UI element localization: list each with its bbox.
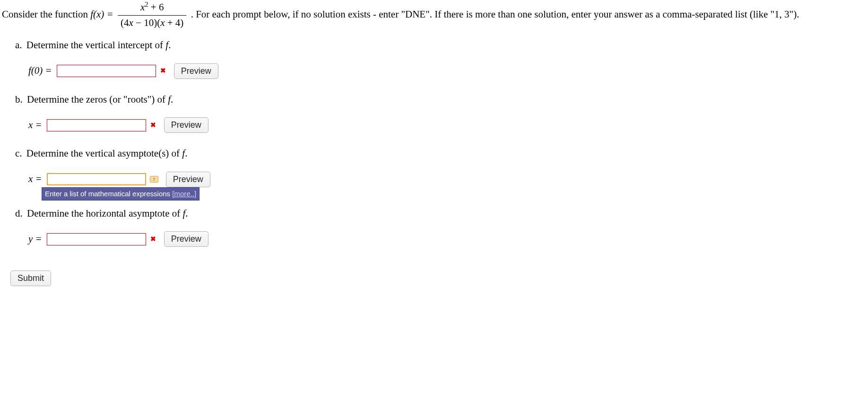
part-d-text: Determine the horizontal asymptote of f.: [27, 208, 188, 219]
part-a: a. Determine the vertical intercept of f…: [15, 38, 866, 79]
part-d: d. Determine the horizontal asymptote of…: [15, 206, 866, 247]
preview-button[interactable]: Preview: [174, 63, 218, 79]
part-a-answer-row: f(0) = ✖ Preview: [15, 63, 218, 79]
part-d-input[interactable]: [47, 233, 146, 245]
part-d-label: d.: [15, 208, 23, 219]
part-b: b. Determine the zeros (or "roots") of f…: [15, 92, 866, 133]
input-tooltip: Enter a list of mathematical expressions…: [42, 187, 200, 201]
part-a-input[interactable]: [57, 65, 156, 77]
function-lhs: f(x) =: [90, 9, 116, 20]
function-fraction: x2 + 6 (4x − 10)(x + 4): [118, 0, 186, 30]
submit-button[interactable]: Submit: [10, 271, 51, 286]
part-c: c. Determine the vertical asymptote(s) o…: [15, 146, 866, 187]
part-c-answer-row: x = ↑ Preview Enter a list of mathematic…: [15, 172, 210, 187]
part-b-input[interactable]: [47, 119, 146, 131]
intro-prefix: Consider the function: [2, 9, 90, 20]
part-a-text: Determine the vertical intercept of f.: [26, 39, 171, 51]
arrow-up-icon: ↑: [150, 176, 158, 183]
part-d-lhs: y =: [28, 232, 42, 247]
part-b-text: Determine the zeros (or "roots") of f.: [27, 94, 173, 105]
preview-button[interactable]: Preview: [166, 172, 210, 187]
problem-statement: Consider the function f(x) = x2 + 6 (4x …: [2, 0, 866, 30]
part-b-lhs: x =: [28, 118, 42, 133]
part-d-answer-row: y = ✖ Preview: [15, 231, 208, 247]
preview-button[interactable]: Preview: [164, 117, 208, 133]
tooltip-more-link[interactable]: [more..]: [172, 190, 196, 198]
wrong-icon: ✖: [150, 236, 156, 243]
part-c-input[interactable]: [47, 173, 146, 185]
part-c-label: c.: [15, 148, 22, 159]
part-b-label: b.: [15, 94, 23, 105]
wrong-icon: ✖: [150, 122, 156, 129]
numerator: x2 + 6: [118, 0, 186, 15]
part-b-answer-row: x = ✖ Preview: [15, 117, 208, 133]
part-a-lhs: f(0) =: [28, 63, 52, 79]
part-c-text: Determine the vertical asymptote(s) of f…: [26, 148, 188, 159]
part-c-lhs: x =: [28, 172, 42, 187]
wrong-icon: ✖: [160, 68, 166, 74]
denominator: (4x − 10)(x + 4): [118, 15, 186, 31]
intro-suffix: . For each prompt below, if no solution …: [191, 9, 799, 20]
tooltip-text: Enter a list of mathematical expressions: [45, 190, 172, 198]
preview-button[interactable]: Preview: [164, 231, 208, 247]
part-a-label: a.: [15, 39, 22, 51]
